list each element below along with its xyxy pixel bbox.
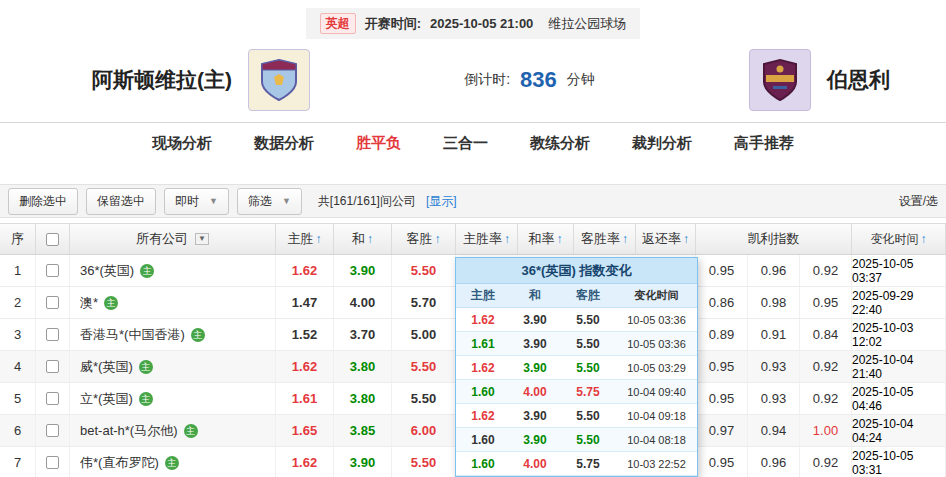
row-checkbox-cell	[36, 415, 70, 446]
away-odds[interactable]: 5.50	[392, 447, 456, 477]
kelly-draw: 0.96	[748, 447, 800, 477]
popup-home-odds: 1.62	[456, 313, 510, 327]
sort-up-icon: ↑	[504, 232, 510, 246]
draw-odds[interactable]: 3.70	[334, 319, 392, 350]
row-checkbox[interactable]	[46, 296, 59, 309]
tab-live-analysis[interactable]: 现场分析	[152, 134, 212, 153]
sort-up-icon: ↑	[316, 232, 322, 246]
kelly-draw: 0.98	[748, 287, 800, 318]
draw-odds[interactable]: 3.90	[334, 447, 392, 477]
select-all-checkbox[interactable]	[46, 233, 59, 246]
popup-change-time: 10-04 09:40	[616, 386, 697, 398]
kelly-away: 0.92	[800, 351, 852, 382]
col-away-odds[interactable]: 客胜 ↑	[392, 224, 456, 254]
tab-coach-analysis[interactable]: 教练分析	[530, 134, 590, 153]
away-odds[interactable]: 5.00	[392, 319, 456, 350]
away-odds[interactable]: 5.50	[392, 383, 456, 414]
away-odds[interactable]: 5.70	[392, 287, 456, 318]
row-checkbox[interactable]	[46, 328, 59, 341]
home-team: 阿斯顿维拉(主)	[92, 49, 310, 111]
home-odds[interactable]: 1.62	[276, 255, 334, 286]
row-checkbox-cell	[36, 447, 70, 477]
away-team-name: 伯恩利	[827, 66, 890, 94]
show-link[interactable]: [显示]	[426, 193, 457, 210]
col-company[interactable]: 所有公司 ▼	[70, 224, 276, 254]
kelly-draw: 0.93	[748, 351, 800, 382]
tab-three-in-one[interactable]: 三合一	[443, 134, 488, 153]
away-team: 伯恩利	[749, 49, 890, 111]
sort-up-icon: ↑	[367, 232, 373, 246]
col-home-rate[interactable]: 主胜率 ↑	[456, 224, 518, 254]
kickoff-time: 2025-10-05 21:00	[430, 16, 533, 31]
popup-away-odds: 5.50	[560, 337, 616, 351]
away-odds[interactable]: 5.50	[392, 351, 456, 382]
home-odds[interactable]: 1.65	[276, 415, 334, 446]
home-odds[interactable]: 1.62	[276, 351, 334, 382]
popup-change-time: 10-05 03:29	[616, 362, 697, 374]
tab-referee-analysis[interactable]: 裁判分析	[632, 134, 692, 153]
settings-link[interactable]: 设置/选	[899, 193, 938, 210]
popup-away-odds: 5.50	[560, 433, 616, 447]
home-odds[interactable]: 1.47	[276, 287, 334, 318]
company-name[interactable]: 威*(英国)主	[70, 351, 276, 382]
draw-odds[interactable]: 3.80	[334, 351, 392, 382]
instant-dropdown[interactable]: 即时 ▼	[164, 188, 229, 215]
kelly-draw: 0.93	[748, 383, 800, 414]
keep-selected-button[interactable]: 保留选中	[86, 188, 156, 215]
col-payout-rate[interactable]: 返还率 ↑	[636, 224, 696, 254]
company-name[interactable]: 36*(英国)主	[70, 255, 276, 286]
host-badge: 主	[140, 264, 154, 278]
instant-dropdown-label: 即时	[175, 193, 199, 210]
host-badge: 主	[139, 392, 153, 406]
popup-change-time: 10-04 09:18	[616, 410, 697, 422]
odds-change-popup: 36*(英国) 指数变化 主胜 和 客胜 变化时间 1.623.905.5010…	[455, 257, 698, 477]
match-info-bar: 英超 开赛时间: 2025-10-05 21:00 维拉公园球场	[0, 0, 946, 38]
chevron-down-icon: ▼	[282, 196, 291, 206]
home-team-crest-icon	[248, 49, 310, 111]
away-odds[interactable]: 5.50	[392, 255, 456, 286]
match-info-box: 英超 开赛时间: 2025-10-05 21:00 维拉公园球场	[306, 8, 641, 39]
countdown: 倒计时: 836 分钟	[310, 67, 749, 93]
row-checkbox[interactable]	[46, 264, 59, 277]
away-odds[interactable]: 6.00	[392, 415, 456, 446]
filter-dropdown[interactable]: 筛选 ▼	[237, 188, 302, 215]
col-kelly-index: 凯利指数	[696, 224, 852, 254]
delete-selected-button[interactable]: 删除选中	[8, 188, 78, 215]
col-draw-rate[interactable]: 和率 ↑	[518, 224, 574, 254]
draw-odds[interactable]: 3.80	[334, 383, 392, 414]
popup-draw-odds: 3.90	[510, 433, 560, 447]
popup-draw-odds: 3.90	[510, 361, 560, 375]
home-odds[interactable]: 1.61	[276, 383, 334, 414]
row-checkbox[interactable]	[46, 424, 59, 437]
league-badge[interactable]: 英超	[320, 13, 356, 34]
tab-win-draw-lose[interactable]: 胜平负	[356, 134, 401, 153]
company-count: 共[161/161]间公司	[318, 193, 416, 210]
draw-odds[interactable]: 3.85	[334, 415, 392, 446]
home-odds[interactable]: 1.62	[276, 447, 334, 477]
countdown-unit: 分钟	[567, 71, 595, 89]
row-checkbox[interactable]	[46, 456, 59, 469]
row-checkbox[interactable]	[46, 360, 59, 373]
row-checkbox[interactable]	[46, 392, 59, 405]
tab-expert-recommend[interactable]: 高手推荐	[734, 134, 794, 153]
company-name[interactable]: bet-at-h*(马尔他)主	[70, 415, 276, 446]
kelly-away: 0.84	[800, 319, 852, 350]
kelly-home: 0.86	[696, 287, 748, 318]
col-home-odds[interactable]: 主胜 ↑	[276, 224, 334, 254]
company-name[interactable]: 立*(英国)主	[70, 383, 276, 414]
draw-odds[interactable]: 3.90	[334, 255, 392, 286]
tab-data-analysis[interactable]: 数据分析	[254, 134, 314, 153]
company-name[interactable]: 伟*(直布罗陀)主	[70, 447, 276, 477]
company-name[interactable]: 澳*主	[70, 287, 276, 318]
popup-row: 1.604.005.7510-03 22:52	[456, 452, 697, 476]
col-draw-odds[interactable]: 和 ↑	[334, 224, 392, 254]
col-change-time[interactable]: 变化时间 ↑	[852, 224, 946, 254]
popup-row: 1.604.005.7510-04 09:40	[456, 380, 697, 404]
home-odds[interactable]: 1.52	[276, 319, 334, 350]
company-filter-dropdown-icon[interactable]: ▼	[195, 233, 209, 245]
draw-odds[interactable]: 4.00	[334, 287, 392, 318]
popup-row: 1.603.905.5010-04 08:18	[456, 428, 697, 452]
col-away-rate[interactable]: 客胜率 ↑	[574, 224, 636, 254]
kelly-home: 0.95	[696, 447, 748, 477]
company-name[interactable]: 香港马*(中国香港)主	[70, 319, 276, 350]
